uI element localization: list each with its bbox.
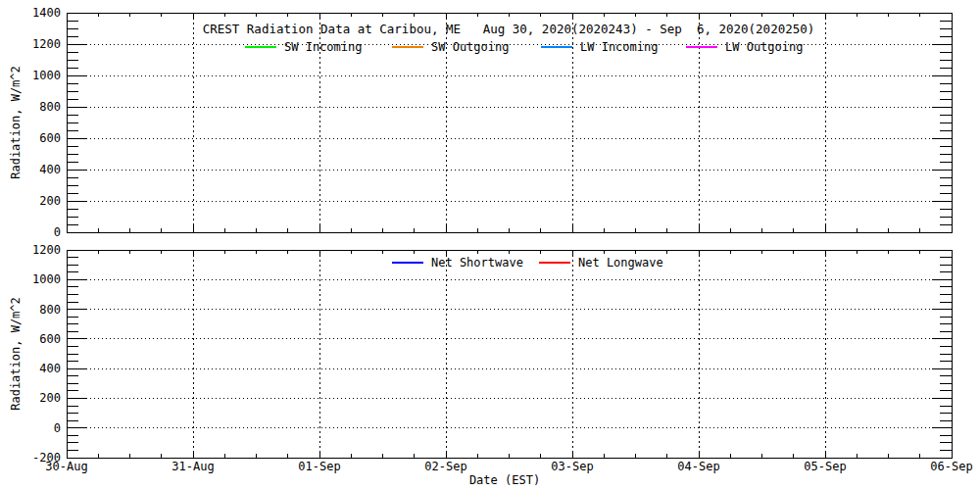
y-tick-label: 400 [39,362,61,375]
y-tick-label: 800 [39,303,61,317]
x-tick-label: 01-Sep [298,460,340,473]
legend-item-lw-incoming: LW Incoming [541,40,658,54]
y-tick-label: 600 [39,131,61,145]
y-axis-title-top: Radiation, W/m^2 [9,66,23,179]
legend-label-net-longwave: Net Longwave [578,256,663,270]
legend-item-sw-outgoing: SW Outgoing [392,40,509,54]
x-tick-label: 31-Aug [172,460,214,473]
legend-item-net-shortwave: Net Shortwave [392,256,523,270]
plot-border [67,250,952,458]
x-axis-title: Date (EST) [469,473,540,487]
x-tick-label: 05-Sep [804,460,846,473]
y-tick-label: 1000 [32,69,61,82]
x-tick-label: 02-Sep [424,460,466,473]
y-tick-label: 400 [39,163,61,176]
y-tick-label: 200 [39,391,61,405]
legend-item-lw-outgoing: LW Outgoing [686,40,803,54]
legend-label-net-shortwave: Net Shortwave [431,256,523,270]
legend-label-sw-incoming: SW Incoming [284,40,362,54]
plot-border [67,13,952,232]
legend-item-sw-incoming: SW Incoming [245,40,362,54]
x-tick-label: 04-Sep [677,460,719,473]
radiation-figure: 0200400600800100012001400-20002004006008… [0,0,980,490]
y-tick-label: 600 [39,332,61,346]
y-tick-label: 1400 [32,6,61,20]
x-tick-label: 30-Aug [45,460,87,473]
y-tick-label: 200 [39,194,61,208]
y-axis-title-bottom: Radiation, W/m^2 [9,297,23,411]
legend-label-lw-incoming: LW Incoming [580,40,658,54]
x-tick-label: 03-Sep [551,460,593,473]
legend-top: SW Incoming SW Outgoing LW Incoming LW O… [245,40,803,54]
chart-title: CREST Radiation Data at Caribou, ME Aug … [203,22,815,36]
y-tick-label: 0 [54,421,61,435]
y-tick-label: 800 [39,100,61,114]
x-tick-label: 06-Sep [930,460,972,473]
legend-item-net-longwave: Net Longwave [539,256,663,270]
legend-bottom: Net Shortwave Net Longwave [392,256,663,270]
legend-label-sw-outgoing: SW Outgoing [431,40,509,54]
chart-canvas: 0200400600800100012001400-20002004006008… [0,0,980,490]
y-tick-label: 1000 [32,272,61,286]
y-tick-label: 0 [54,225,61,239]
legend-label-lw-outgoing: LW Outgoing [725,40,803,54]
y-tick-label: 1200 [32,37,61,51]
axes-layer [67,13,952,458]
y-tick-label: 1200 [32,243,61,257]
gridline-layer [67,13,952,458]
tick-label-layer: 0200400600800100012001400-20002004006008… [32,6,973,473]
